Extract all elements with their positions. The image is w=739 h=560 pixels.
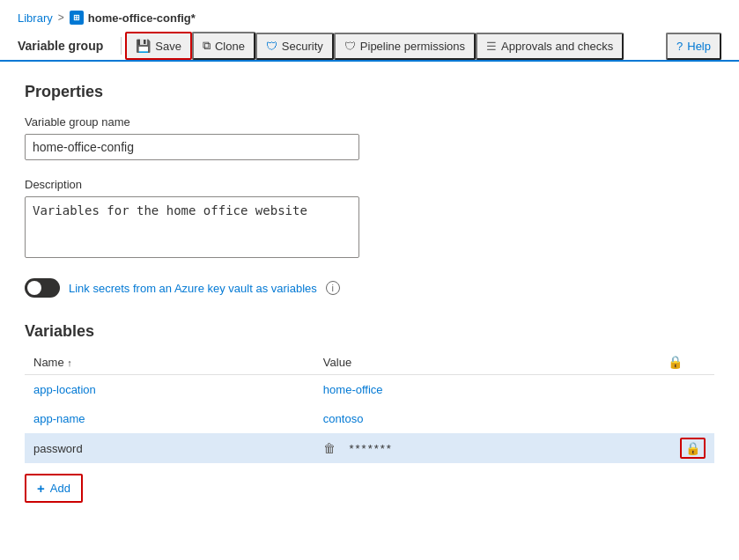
name-input[interactable]	[25, 134, 359, 160]
pipeline-icon: 🛡	[344, 40, 356, 53]
lock-icon[interactable]: 🔒	[680, 438, 706, 459]
properties-title: Properties	[25, 83, 714, 101]
clone-button[interactable]: ⧉ Clone	[192, 32, 255, 60]
var-name-cell: password	[25, 433, 314, 463]
breadcrumb-current: ⊞ home-office-config*	[70, 11, 196, 25]
toolbar-divider	[121, 37, 122, 55]
var-value-cell: contoso	[314, 404, 660, 433]
delete-icon[interactable]: 🗑	[323, 441, 336, 455]
table-row: app-name contoso	[25, 404, 714, 433]
add-variable-button[interactable]: + Add	[25, 474, 83, 503]
var-value-cell: home-office	[314, 375, 660, 405]
properties-section: Properties Variable group name Descripti…	[25, 83, 714, 298]
var-lock-cell: 🔒	[659, 433, 714, 463]
desc-label: Description	[25, 178, 714, 191]
variables-table: Name ↑ Value 🔒 app-location home-	[25, 348, 714, 463]
sort-arrow-icon: ↑	[67, 357, 72, 368]
breadcrumb: Library > ⊞ home-office-config*	[0, 0, 739, 32]
table-row: password 🗑 ******* 🔒	[25, 433, 714, 463]
save-button[interactable]: 💾 Save	[125, 32, 192, 60]
lock-header-icon: 🔒	[668, 355, 683, 369]
masked-value: *******	[349, 442, 392, 455]
variable-group-name-field: Variable group name	[25, 115, 714, 160]
approvals-icon: ☰	[486, 40, 497, 53]
help-button[interactable]: ? Help	[666, 33, 721, 60]
shield-icon: 🛡	[266, 40, 277, 53]
var-name-cell: app-location	[25, 375, 314, 405]
col-header-value: Value	[314, 348, 660, 375]
pipeline-permissions-button[interactable]: 🛡 Pipeline permissions	[334, 33, 476, 60]
breadcrumb-separator: >	[58, 11, 64, 24]
azure-keyvault-toggle-row: Link secrets from an Azure key vault as …	[25, 278, 714, 298]
info-icon[interactable]: i	[326, 281, 340, 295]
keyvault-toggle[interactable]	[25, 278, 60, 298]
var-lock-cell	[659, 404, 714, 433]
col-header-name: Name ↑	[25, 348, 314, 375]
main-content: Properties Variable group name Descripti…	[0, 62, 739, 524]
config-icon: ⊞	[70, 11, 84, 25]
var-lock-cell	[659, 375, 714, 405]
breadcrumb-library-link[interactable]: Library	[18, 11, 53, 25]
desc-input[interactable]: Variables for the <span style="color:#cc…	[25, 196, 359, 258]
clone-icon: ⧉	[203, 39, 211, 53]
help-icon: ?	[676, 40, 683, 53]
tab-variable-group[interactable]: Variable group	[18, 32, 103, 62]
var-value-cell: 🗑 *******	[314, 433, 660, 463]
name-label: Variable group name	[25, 115, 714, 129]
variables-section: Variables Name ↑ Value 🔒	[25, 322, 714, 503]
security-button[interactable]: 🛡 Security	[255, 33, 334, 60]
var-name-cell: app-name	[25, 404, 314, 433]
col-header-lock: 🔒	[659, 348, 714, 375]
toolbar: Variable group 💾 Save ⧉ Clone 🛡 Security…	[0, 32, 739, 62]
save-icon: 💾	[136, 39, 151, 53]
variables-title: Variables	[25, 322, 714, 341]
table-row: app-location home-office	[25, 375, 714, 405]
toggle-label: Link secrets from an Azure key vault as …	[69, 282, 317, 295]
description-field: Description Variables for the <span styl…	[25, 178, 714, 261]
plus-icon: +	[37, 481, 45, 496]
approvals-button[interactable]: ☰ Approvals and checks	[476, 33, 624, 60]
